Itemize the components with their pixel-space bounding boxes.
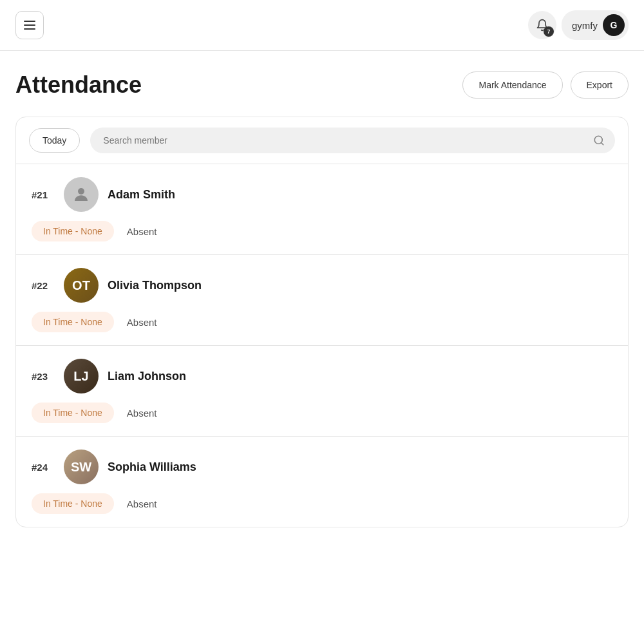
member-name: Liam Johnson — [108, 370, 186, 383]
svg-line-1 — [601, 142, 603, 144]
member-bottom: In Time - None Absent — [32, 221, 612, 242]
app-header: 7 gymfy G — [0, 0, 644, 51]
main-content: Attendance Mark Attendance Export Today — [0, 51, 644, 527]
member-row: #21 Adam Smith In Time - None Absent — [16, 164, 628, 255]
member-row: #22 OT Olivia Thompson In Time - None Ab… — [16, 255, 628, 346]
mark-attendance-button[interactable]: Mark Attendance — [462, 71, 562, 99]
export-button[interactable]: Export — [571, 71, 629, 99]
in-time-badge: In Time - None — [32, 402, 114, 423]
member-bottom: In Time - None Absent — [32, 493, 612, 514]
member-top: #21 Adam Smith — [32, 177, 612, 212]
hamburger-icon — [24, 21, 35, 30]
menu-button[interactable] — [15, 11, 44, 39]
attendance-card: Today #21 Adam Sm — [15, 117, 629, 527]
member-id: #23 — [32, 371, 55, 382]
member-top: #22 OT Olivia Thompson — [32, 268, 612, 303]
member-bottom: In Time - None Absent — [32, 402, 612, 423]
today-filter-button[interactable]: Today — [29, 128, 80, 153]
member-name: Adam Smith — [108, 188, 175, 202]
member-name: Olivia Thompson — [108, 279, 202, 292]
member-list: #21 Adam Smith In Time - None Absent #22… — [16, 164, 628, 527]
member-avatar: LJ — [64, 359, 99, 393]
search-icon — [593, 135, 605, 146]
brand-avatar: G — [603, 14, 625, 36]
member-id: #21 — [32, 189, 55, 200]
member-row: #23 LJ Liam Johnson In Time - None Absen… — [16, 346, 628, 437]
brand-area: gymfy G — [562, 10, 629, 40]
in-time-badge: In Time - None — [32, 493, 114, 514]
member-row: #24 SW Sophia Williams In Time - None Ab… — [16, 437, 628, 527]
member-avatar: SW — [64, 450, 99, 484]
in-time-badge: In Time - None — [32, 221, 114, 242]
member-avatar — [64, 177, 99, 212]
page-header: Attendance Mark Attendance Export — [15, 71, 629, 99]
search-input[interactable] — [90, 128, 615, 153]
page-title: Attendance — [15, 71, 142, 99]
filter-bar: Today — [16, 117, 628, 164]
member-id: #22 — [32, 280, 55, 291]
attendance-status: Absent — [127, 498, 157, 509]
search-bar — [90, 128, 615, 153]
header-right: 7 gymfy G — [528, 10, 629, 40]
notification-button[interactable]: 7 — [528, 11, 556, 39]
attendance-status: Absent — [127, 408, 157, 419]
notification-badge: 7 — [544, 26, 554, 37]
member-id: #24 — [32, 462, 55, 473]
member-top: #24 SW Sophia Williams — [32, 450, 612, 484]
member-avatar: OT — [64, 268, 99, 303]
svg-point-2 — [78, 188, 84, 194]
member-name: Sophia Williams — [108, 460, 196, 474]
brand-name: gymfy — [572, 20, 598, 31]
in-time-badge: In Time - None — [32, 312, 114, 332]
attendance-status: Absent — [127, 226, 157, 237]
attendance-status: Absent — [127, 317, 157, 328]
member-bottom: In Time - None Absent — [32, 312, 612, 332]
page-actions: Mark Attendance Export — [462, 71, 629, 99]
member-top: #23 LJ Liam Johnson — [32, 359, 612, 393]
